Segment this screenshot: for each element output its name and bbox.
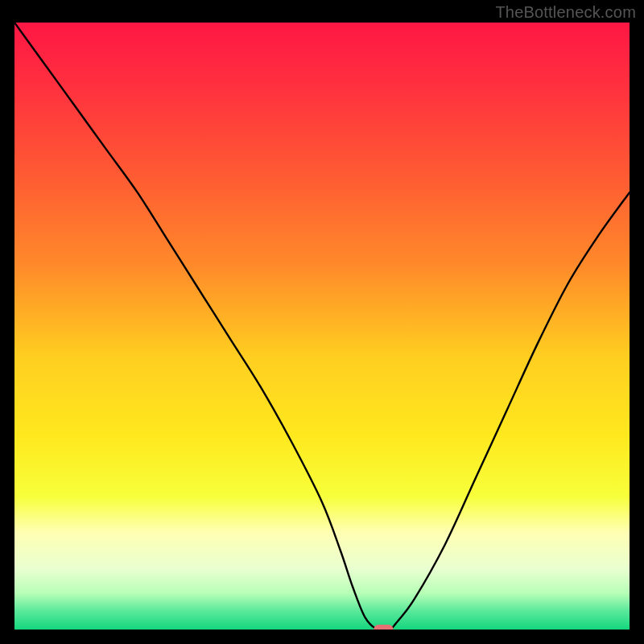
- plot-area: [14, 23, 630, 630]
- optimal-marker: [374, 625, 393, 630]
- gradient-background: [14, 23, 630, 630]
- watermark-label: TheBottleneck.com: [495, 3, 636, 22]
- chart-frame: TheBottleneck.com: [0, 0, 644, 644]
- bottleneck-chart: [14, 23, 630, 630]
